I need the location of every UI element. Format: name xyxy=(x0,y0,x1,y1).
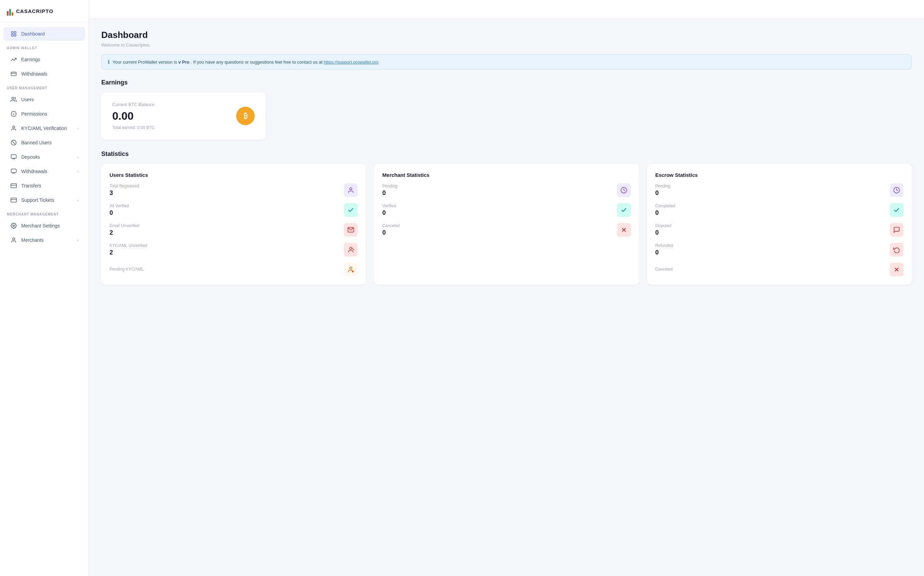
sidebar-item-withdrawals-user-label: Withdrawals xyxy=(21,169,47,174)
stat-row-total-registered: Total Registered 3 xyxy=(109,183,358,197)
sidebar-item-permissions-label: Permissions xyxy=(21,111,47,117)
stat-label: Refunded xyxy=(655,243,673,248)
merchant-stat-card: Merchant Statistics Pending 0 Verified 0 xyxy=(374,164,639,285)
stat-row-pending-kyc: Pending KYC/AML xyxy=(109,263,358,276)
logo-container: CASACRIPTO xyxy=(0,0,89,22)
sidebar-item-withdrawals-admin-label: Withdrawals xyxy=(21,71,47,77)
stat-icon-verified-check xyxy=(617,203,631,217)
sidebar-item-merchant-settings-label: Merchant Settings xyxy=(21,223,60,229)
section-label-user-management: USER MANAGEMENT xyxy=(0,82,89,92)
svg-line-9 xyxy=(12,141,16,145)
users-stat-title: Users Statistics xyxy=(109,172,358,178)
sidebar-item-support[interactable]: Support Tickets › xyxy=(3,193,85,207)
stat-icon-email xyxy=(344,223,358,237)
sidebar-item-users[interactable]: Users xyxy=(3,93,85,106)
stat-info: Total Registered 3 xyxy=(109,184,139,197)
stat-value: 0 xyxy=(109,209,129,216)
btc-icon: ₿ xyxy=(236,107,255,125)
stat-value: 3 xyxy=(109,189,139,197)
stat-label: Pending xyxy=(382,184,397,189)
merchant-stat-row-canceled: Canceled 0 xyxy=(382,223,630,237)
stat-label: Canceled xyxy=(382,223,400,228)
section-label-merchant-management: MERCHANT MANAGEMENT xyxy=(0,208,89,218)
stat-value: 2 xyxy=(109,229,139,236)
merchants-icon xyxy=(10,237,17,243)
users-icon xyxy=(10,96,17,103)
content-area: Dashboard Welcome to Casacriptos. ℹ Your… xyxy=(89,19,924,296)
info-banner: ℹ Your current ProWallet version is v Pr… xyxy=(101,54,912,69)
stat-label: Verified xyxy=(382,203,396,208)
kyc-chevron-icon: › xyxy=(77,126,78,130)
stat-value: 0 xyxy=(655,229,671,236)
svg-rect-12 xyxy=(11,184,17,188)
stat-value: 0 xyxy=(655,189,670,197)
sidebar-item-kyc[interactable]: KYC/AML Verification › xyxy=(3,122,85,135)
sidebar-item-permissions[interactable]: Permissions xyxy=(3,107,85,121)
svg-rect-11 xyxy=(11,169,16,173)
escrow-stat-card: Escrow Statistics Pending 0 Completed 0 xyxy=(647,164,912,285)
stat-label: Email Unverified xyxy=(109,223,139,228)
sidebar-item-merchants-label: Merchants xyxy=(21,237,43,243)
sidebar-item-transfers-label: Transfers xyxy=(21,183,42,189)
stat-info: Verified 0 xyxy=(382,203,396,216)
sidebar-item-transfers[interactable]: Transfers xyxy=(3,179,85,192)
stat-icon-x xyxy=(617,223,631,237)
svg-rect-10 xyxy=(11,155,16,158)
stat-info: Email Unverified 2 xyxy=(109,223,139,236)
sidebar-item-deposits[interactable]: Deposits › xyxy=(3,150,85,164)
page-title: Dashboard xyxy=(101,30,912,40)
stats-grid: Users Statistics Total Registered 3 All … xyxy=(101,164,912,285)
stat-row-all-verified: All Verified 0 xyxy=(109,203,358,217)
earnings-value: 0.00 xyxy=(112,110,155,122)
escrow-stat-row-refunded: Refunded 0 xyxy=(655,243,903,256)
svg-rect-3 xyxy=(14,35,16,36)
stat-info: Disputed 0 xyxy=(655,223,671,236)
banner-version: v Pro xyxy=(178,59,190,65)
sidebar-item-withdrawals-admin[interactable]: Withdrawals xyxy=(3,67,85,81)
svg-point-17 xyxy=(13,238,15,240)
stat-info: Canceled 0 xyxy=(382,223,400,236)
stat-label: Pending xyxy=(655,184,670,189)
stat-icon-user xyxy=(344,183,358,197)
banner-text-after: . If you have any questions or suggestio… xyxy=(191,59,322,65)
sidebar-item-support-label: Support Tickets xyxy=(21,197,54,203)
stat-info: Pending 0 xyxy=(382,184,397,197)
sidebar-item-banned[interactable]: Banned Users xyxy=(3,136,85,149)
stat-info: All Verified 0 xyxy=(109,203,129,216)
sidebar-item-merchants[interactable]: Merchants › xyxy=(3,233,85,247)
stat-value: 0 xyxy=(382,229,400,236)
stat-label: KYC/AML Unverified xyxy=(109,243,147,248)
banner-link[interactable]: https://support.prowallet.pro xyxy=(324,59,378,65)
merchant-stat-title: Merchant Statistics xyxy=(382,172,630,178)
escrow-stat-title: Escrow Statistics xyxy=(655,172,903,178)
stat-label: Completed xyxy=(655,203,675,208)
sidebar-item-merchant-settings[interactable]: Merchant Settings xyxy=(3,219,85,233)
earnings-section-title: Earnings xyxy=(101,79,912,86)
merchant-stat-row-verified: Verified 0 xyxy=(382,203,630,217)
svg-point-20 xyxy=(350,247,352,250)
merchants-chevron-icon: › xyxy=(77,238,78,242)
info-icon: ℹ xyxy=(108,59,110,65)
app-name: CASACRIPTO xyxy=(16,8,53,14)
stat-icon-escrow-clock xyxy=(890,183,903,197)
svg-rect-2 xyxy=(11,35,13,36)
svg-point-23 xyxy=(352,270,354,272)
page-subtitle: Welcome to Casacriptos. xyxy=(101,42,912,48)
stat-icon-canceled-x xyxy=(890,263,903,276)
stat-icon-pending-kyc xyxy=(344,263,358,276)
main-content: Dashboard Welcome to Casacriptos. ℹ Your… xyxy=(89,0,924,576)
sidebar-item-earnings-label: Earnings xyxy=(21,57,40,62)
earnings-sub: Total earned: 0.00 BTC xyxy=(112,125,155,130)
sidebar: CASACRIPTO Dashboard ADMIN WALLET Earnin… xyxy=(0,0,89,576)
sidebar-item-withdrawals-user[interactable]: Withdrawals › xyxy=(3,165,85,178)
svg-point-18 xyxy=(350,188,352,190)
sidebar-item-kyc-label: KYC/AML Verification xyxy=(21,126,67,131)
stat-icon-dispute xyxy=(890,223,903,237)
stat-row-email-unverified: Email Unverified 2 xyxy=(109,223,358,237)
sidebar-item-dashboard[interactable]: Dashboard xyxy=(3,27,85,41)
sidebar-item-earnings[interactable]: Earnings xyxy=(3,53,85,66)
svg-point-16 xyxy=(13,225,15,227)
stat-icon-check xyxy=(344,203,358,217)
banner-text-before: Your current ProWallet version is xyxy=(112,59,177,65)
withdrawals-admin-icon xyxy=(10,70,17,77)
